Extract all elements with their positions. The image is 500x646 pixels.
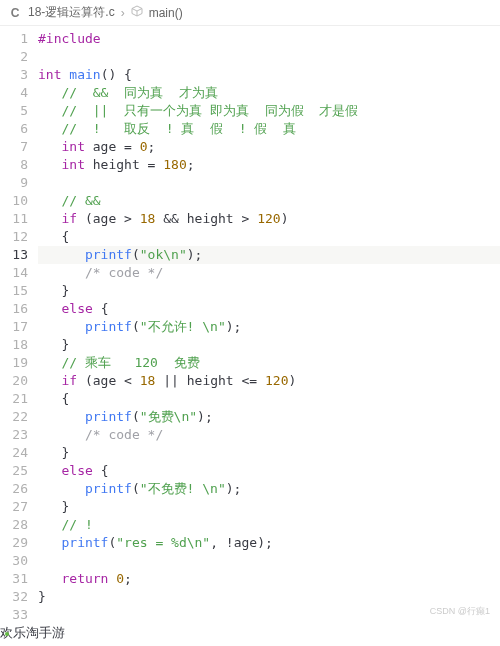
code-line[interactable]: int age = 0; [38,138,500,156]
line-number: 28 [0,516,28,534]
line-number: 32 [0,588,28,606]
line-number: 5 [0,102,28,120]
code-line[interactable]: #include [38,30,500,48]
line-number: 33 [0,606,28,624]
code-area[interactable]: #include int main() { // && 同为真 才为真 // |… [38,30,500,624]
breadcrumb: C 18-逻辑运算符.c › main() [0,0,500,26]
code-line[interactable] [38,552,500,570]
code-line[interactable]: } [38,282,500,300]
line-number: 26 [0,480,28,498]
line-number: 23 [0,426,28,444]
code-line[interactable]: if (age < 18 || height <= 120) [38,372,500,390]
code-line[interactable]: } [38,588,500,606]
line-number: 29 [0,534,28,552]
code-line[interactable]: else { [38,462,500,480]
line-number: 22 [0,408,28,426]
symbol-icon [131,5,143,20]
code-line[interactable]: } [38,498,500,516]
code-line[interactable] [38,174,500,192]
watermark-text: 欢乐淘手游 [0,625,65,640]
code-line[interactable]: /* code */ [38,264,500,282]
line-number: 4 [0,84,28,102]
code-line[interactable]: printf("不免费! \n"); [38,480,500,498]
code-line[interactable]: { [38,390,500,408]
code-line[interactable] [38,606,500,624]
line-number: 1 [0,30,28,48]
tab-filename[interactable]: 18-逻辑运算符.c [28,4,115,21]
code-line[interactable]: if (age > 18 && height > 120) [38,210,500,228]
line-number: 13 [0,246,28,264]
code-line[interactable]: int main() { [38,66,500,84]
code-line[interactable]: // ! 取反 ! 真 假 ! 假 真 [38,120,500,138]
line-number: 7 [0,138,28,156]
code-line[interactable]: } [38,336,500,354]
line-number: 2 [0,48,28,66]
code-line[interactable]: // || 只有一个为真 即为真 同为假 才是假 [38,102,500,120]
code-line[interactable]: // && [38,192,500,210]
chevron-right-icon: › [121,6,125,20]
code-line[interactable]: return 0; [38,570,500,588]
code-line[interactable]: int height = 180; [38,156,500,174]
code-editor[interactable]: 1234567891011121314151617181920212223242… [0,26,500,624]
code-line[interactable]: { [38,228,500,246]
line-number: 19 [0,354,28,372]
line-number: 31 [0,570,28,588]
watermark: 欢乐淘手游 [0,624,500,642]
code-line[interactable]: else { [38,300,500,318]
code-line[interactable]: printf("免费\n"); [38,408,500,426]
line-number: 8 [0,156,28,174]
code-line[interactable]: // 乘车 120 免费 [38,354,500,372]
line-number: 25 [0,462,28,480]
code-line[interactable]: // ! [38,516,500,534]
line-number-gutter: 1234567891011121314151617181920212223242… [0,30,38,624]
code-line[interactable]: } [38,444,500,462]
line-number: 6 [0,120,28,138]
code-line[interactable] [38,48,500,66]
code-line[interactable]: // && 同为真 才为真 [38,84,500,102]
line-number: 20 [0,372,28,390]
c-file-icon: C [8,6,22,20]
line-number: 10 [0,192,28,210]
line-number: 9 [0,174,28,192]
line-number: 3 [0,66,28,84]
line-number: 11 [0,210,28,228]
line-number: 21 [0,390,28,408]
tab-symbol[interactable]: main() [149,6,183,20]
line-number: 14 [0,264,28,282]
line-number: 30 [0,552,28,570]
code-line[interactable]: printf("res = %d\n", !age); [38,534,500,552]
line-number: 17 [0,318,28,336]
code-line[interactable]: printf("不允许! \n"); [38,318,500,336]
line-number: 15 [0,282,28,300]
code-line[interactable]: printf("ok\n"); [38,246,500,264]
line-number: 18 [0,336,28,354]
code-line[interactable]: /* code */ [38,426,500,444]
line-number: 27 [0,498,28,516]
line-number: 16 [0,300,28,318]
line-number: 24 [0,444,28,462]
line-number: 12 [0,228,28,246]
